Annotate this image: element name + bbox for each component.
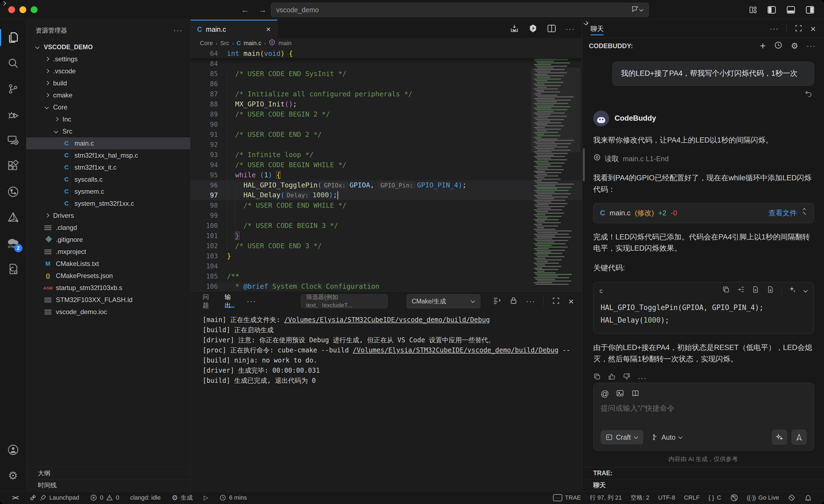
send-button[interactable]: [792, 429, 807, 445]
new-file-from-code-icon[interactable]: [752, 286, 759, 296]
remote-indicator[interactable]: ><: [8, 491, 22, 504]
chevron-down-icon[interactable]: [804, 289, 808, 293]
output-autoscroll-icon[interactable]: [493, 296, 501, 306]
message-more-icon[interactable]: ···: [638, 372, 647, 380]
history-icon[interactable]: [774, 41, 783, 51]
settings-gear-icon[interactable]: ⚙: [0, 463, 26, 488]
code-line-86[interactable]: 86: [191, 79, 582, 89]
tree-item-startup-stm32f103xb-s[interactable]: ASMstartup_stm32f103xb.s: [26, 282, 190, 294]
enhance-prompt-button[interactable]: [772, 429, 787, 445]
customize-layout-icon[interactable]: [748, 5, 757, 14]
eol-sequence[interactable]: CRLF: [680, 491, 704, 504]
code-line-95[interactable]: 95 while (1) {: [191, 170, 582, 180]
search-icon[interactable]: [0, 50, 26, 76]
tree-item-sysmem-c[interactable]: Csysmem.c: [26, 185, 190, 198]
section-trae[interactable]: TRAE:: [582, 467, 824, 479]
code-line-103[interactable]: 103}: [191, 251, 582, 261]
tree-item--gitignore[interactable]: .gitignore: [26, 234, 190, 246]
view-file-link[interactable]: 查看文件: [768, 208, 797, 218]
timeline-section[interactable]: 时间线: [26, 479, 190, 491]
tree-item-core[interactable]: Core: [26, 101, 190, 113]
remote-explorer-icon[interactable]: [0, 128, 26, 153]
code-line-102[interactable]: 102 /* USER CODE END 3 */: [191, 241, 582, 251]
run-debug-icon[interactable]: [0, 102, 26, 128]
split-editor-icon[interactable]: [547, 24, 556, 34]
code-line-89[interactable]: 89 /* USER CODE BEGIN 2 */: [191, 109, 582, 119]
toggle-panel-icon[interactable]: [786, 6, 796, 14]
code-line-93[interactable]: 93 /* Infinite loop */: [191, 150, 582, 160]
copy-code-icon[interactable]: [722, 286, 730, 296]
nav-forward-icon[interactable]: →: [259, 5, 267, 14]
explorer-icon[interactable]: [0, 25, 26, 50]
code-line-105[interactable]: 105/**: [191, 271, 582, 281]
command-center-search[interactable]: vscode_demo: [271, 3, 649, 17]
read-target[interactable]: main.c L1-End: [623, 153, 669, 164]
cmake-build-item[interactable]: ⚙ 生成: [167, 491, 197, 504]
account-icon[interactable]: [0, 437, 26, 463]
close-panel-icon[interactable]: ×: [568, 296, 574, 306]
breadcrumb-symbol[interactable]: main: [279, 40, 292, 47]
sparkle-icon[interactable]: [789, 286, 796, 296]
lock-scroll-icon[interactable]: [509, 296, 518, 306]
mention-icon[interactable]: @: [601, 389, 609, 398]
output-log[interactable]: [main] 正在生成文件夹: /Volumes/Elysia/STM32Cub…: [191, 311, 582, 491]
tree-item-build[interactable]: build: [26, 77, 190, 89]
tab-output[interactable]: 输出: [225, 292, 235, 311]
project-graph-icon[interactable]: [0, 179, 26, 205]
breadcrumb[interactable]: Core › Src › C main.c › main: [191, 38, 582, 48]
chat-more-icon[interactable]: ···: [769, 24, 779, 33]
thumbs-down-icon[interactable]: [623, 372, 630, 380]
outline-section[interactable]: 大纲: [26, 467, 190, 479]
output-filter-input[interactable]: 筛选器(例如 text、!excludeT...: [301, 294, 388, 308]
tree-item--clangd[interactable]: .clangd: [26, 222, 190, 234]
launchpad-item[interactable]: Launchpad: [25, 491, 84, 504]
insert-code-icon[interactable]: [737, 286, 745, 296]
chat-input-placeholder[interactable]: 提问或输入"/"快捷命令: [601, 403, 807, 429]
code-line-88[interactable]: 88 MX_GPIO_Init();: [191, 99, 582, 109]
collapse-expand-icon[interactable]: [801, 208, 807, 219]
tree-item--mxproject[interactable]: .mxproject: [26, 246, 190, 258]
tree-item-stm32f1xx-hal-msp-c[interactable]: Cstm32f1xx_hal_msp.c: [26, 149, 190, 161]
maximize-chat-icon[interactable]: [795, 24, 803, 33]
copy-message-icon[interactable]: [593, 372, 601, 380]
tree-item-cmake[interactable]: cmake: [26, 89, 190, 101]
code-line-104[interactable]: 104: [191, 261, 582, 271]
tab-problems[interactable]: 问题: [203, 292, 213, 311]
provider-more-icon[interactable]: ···: [807, 41, 816, 50]
chat-code-content[interactable]: HAL_GPIO_TogglePin(GPIOA, GPIO_PIN_4); H…: [594, 299, 814, 334]
code-line-98[interactable]: 98 /* USER CODE END WHILE */: [191, 200, 582, 211]
section-chat[interactable]: 聊天: [582, 479, 824, 491]
thumbs-up-icon[interactable]: [608, 372, 616, 380]
toggle-primary-sidebar-icon[interactable]: [767, 6, 777, 14]
output-path-link[interactable]: /Volumes/Elysia/STM32CubeIDE/vscode_demo…: [284, 316, 490, 324]
breadcrumb-core[interactable]: Core: [200, 40, 213, 47]
code-line-85[interactable]: 85 /* USER CODE END SysInit */: [191, 69, 582, 79]
prettier-disabled-icon[interactable]: [784, 491, 800, 504]
code-line-90[interactable]: 90: [191, 119, 582, 129]
new-chat-icon[interactable]: +: [760, 41, 766, 51]
panel-actions-more-icon[interactable]: ···: [526, 297, 535, 305]
breadcrumb-file[interactable]: main.c: [244, 40, 262, 47]
tree-item--settings[interactable]: .settings: [26, 53, 190, 65]
close-window-button[interactable]: [8, 6, 15, 13]
copilot-disabled-icon[interactable]: [726, 491, 743, 504]
nav-back-icon[interactable]: ←: [241, 5, 249, 14]
sticky-scroll-line[interactable]: 64int main(void) {: [191, 48, 582, 58]
model-selector[interactable]: Auto: [651, 433, 683, 442]
docs-book-icon[interactable]: [631, 389, 639, 398]
cpp-tools-icon[interactable]: [0, 256, 26, 282]
toggle-secondary-sidebar-icon[interactable]: [805, 6, 815, 14]
code-line-96[interactable]: 96 HAL_GPIO_TogglePin(GPIOx:GPIOA, GPIO_…: [191, 180, 582, 190]
tree-item--vscode[interactable]: .vscode: [26, 65, 190, 77]
panel-more-icon[interactable]: ···: [247, 297, 256, 305]
extensions-icon[interactable]: [0, 153, 26, 179]
cmake-tools-icon[interactable]: [0, 205, 26, 230]
code-editor[interactable]: 64int main(void) { 8485 /* USER CODE END…: [191, 48, 582, 291]
language-mode[interactable]: { }C: [704, 491, 726, 504]
code-line-106[interactable]: 106 * @brief System Clock Configuration: [191, 281, 582, 291]
tree-item-stm32f1xx-it-c[interactable]: Cstm32f1xx_it.c: [26, 161, 190, 173]
tree-item-inc[interactable]: Inc: [26, 113, 190, 125]
tree-item-cmakelists-txt[interactable]: MCMakeLists.txt: [26, 258, 190, 270]
chat-settings-icon[interactable]: ⚙: [791, 42, 798, 50]
chat-sparkle-icon[interactable]: [631, 5, 639, 15]
